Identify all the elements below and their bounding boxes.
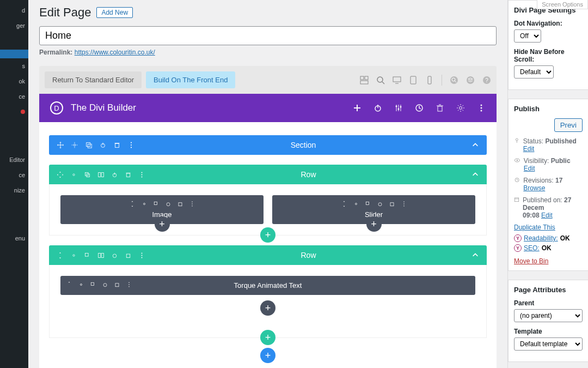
chevron-up-icon[interactable] [471, 251, 479, 259]
post-title-input[interactable] [39, 26, 497, 45]
add-icon[interactable] [353, 104, 362, 112]
add-section-button[interactable]: + [260, 348, 275, 363]
parent-select[interactable]: (no parent) [514, 309, 583, 322]
svg-rect-65 [366, 202, 369, 204]
chevron-up-icon[interactable] [471, 171, 479, 178]
layout-icon[interactable] [360, 76, 369, 85]
more-icon[interactable] [127, 141, 135, 149]
move-icon[interactable] [66, 281, 72, 288]
module-torque[interactable]: Torque Animated Text [60, 276, 475, 295]
sidebar-item[interactable]: d [0, 3, 28, 18]
trash-icon[interactable] [177, 201, 183, 207]
layers-icon[interactable] [466, 76, 475, 85]
duplicate-icon[interactable] [153, 201, 160, 207]
add-module-button[interactable]: + [155, 216, 170, 232]
row-bar[interactable]: Row [49, 165, 487, 184]
gear-icon[interactable] [141, 201, 148, 207]
trash-icon[interactable] [113, 141, 121, 149]
sidebar-item[interactable]: ce [0, 167, 28, 183]
find-icon[interactable] [450, 76, 458, 85]
browse-link[interactable]: Browse [523, 184, 545, 192]
trash-icon[interactable] [436, 104, 444, 112]
trash-icon[interactable] [114, 281, 120, 288]
more-icon[interactable] [138, 171, 145, 178]
power-icon[interactable] [111, 171, 118, 178]
move-icon[interactable] [341, 201, 347, 207]
gear-icon[interactable] [70, 252, 77, 259]
duplicate-icon[interactable] [84, 171, 91, 178]
section-bar[interactable]: Section [49, 135, 487, 155]
move-icon[interactable] [129, 201, 136, 207]
preview-button[interactable]: Previ [554, 118, 583, 132]
svg-point-84 [128, 282, 130, 283]
sidebar-item[interactable]: Editor [0, 152, 28, 167]
chevron-up-icon[interactable] [471, 141, 479, 149]
columns-icon[interactable] [97, 252, 105, 259]
power-icon[interactable] [99, 141, 107, 149]
permalink-link[interactable]: https://www.colouritin.co.uk/ [75, 49, 155, 56]
add-new-button[interactable]: Add New [96, 7, 133, 18]
duplicate-icon[interactable] [365, 201, 371, 207]
trash-icon[interactable] [389, 201, 395, 207]
gear-icon[interactable] [78, 281, 84, 288]
more-icon[interactable] [401, 201, 407, 207]
add-row-button[interactable]: + [260, 330, 275, 345]
sidebar-item-pages[interactable] [0, 50, 28, 58]
sidebar-item[interactable]: ger [0, 18, 28, 33]
duplicate-icon[interactable] [90, 281, 96, 288]
add-module-button[interactable]: + [260, 300, 275, 316]
gear-icon[interactable] [456, 104, 465, 112]
edit-date-link[interactable]: Edit [541, 212, 553, 219]
module-slider[interactable]: Slider + [272, 195, 475, 224]
phone-icon[interactable] [425, 76, 434, 85]
duplicate-link[interactable]: Duplicate This [514, 224, 583, 231]
desktop-icon[interactable] [393, 76, 401, 85]
add-row-button[interactable]: + [260, 227, 275, 243]
sidebar-item[interactable]: enu [0, 231, 28, 246]
move-icon[interactable] [57, 141, 64, 149]
duplicate-icon[interactable] [85, 141, 93, 149]
trash-icon[interactable] [125, 252, 132, 259]
more-icon[interactable] [477, 104, 486, 112]
sidebar-item-updates[interactable] [0, 104, 28, 119]
power-icon[interactable] [165, 201, 171, 207]
add-module-button[interactable]: + [366, 216, 382, 232]
search-icon[interactable] [376, 76, 385, 85]
history-icon[interactable] [415, 104, 424, 112]
sidebar-item[interactable]: nize [0, 183, 28, 198]
seo-link[interactable]: SEO: [524, 244, 540, 252]
more-icon[interactable] [138, 252, 145, 259]
sliders-icon[interactable] [394, 104, 403, 112]
gear-icon[interactable] [71, 141, 78, 149]
gear-icon[interactable] [70, 171, 77, 178]
tablet-icon[interactable] [409, 76, 418, 85]
move-icon[interactable] [57, 171, 64, 178]
standard-editor-button[interactable]: Return To Standard Editor [45, 71, 142, 88]
sidebar-item[interactable]: s [0, 58, 28, 74]
hide-nav-select[interactable]: Default [514, 65, 554, 79]
trash-icon[interactable] [125, 171, 132, 178]
sidebar-item[interactable]: ce [0, 89, 28, 104]
module-image[interactable]: Image + [60, 195, 264, 224]
sidebar-item[interactable]: ok [0, 74, 28, 89]
row-bar[interactable]: Row [49, 245, 487, 265]
power-icon[interactable] [111, 252, 118, 259]
columns-icon[interactable] [97, 171, 105, 178]
edit-visibility-link[interactable]: Edit [524, 165, 535, 172]
duplicate-icon[interactable] [84, 252, 91, 259]
build-frontend-button[interactable]: Build On The Front End [146, 71, 235, 88]
power-icon[interactable] [373, 104, 382, 112]
more-icon[interactable] [189, 201, 195, 207]
move-to-bin-link[interactable]: Move to Bin [514, 257, 583, 265]
power-icon[interactable] [377, 201, 383, 207]
readability-link[interactable]: Readability: [524, 234, 558, 242]
dot-nav-select[interactable]: Off [514, 29, 541, 43]
template-select[interactable]: Default template [514, 337, 583, 351]
move-icon[interactable] [57, 252, 64, 259]
gear-icon[interactable] [353, 201, 359, 207]
help-icon[interactable]: ? [482, 76, 491, 85]
edit-status-link[interactable]: Edit [523, 145, 535, 153]
divi-builder-header: D The Divi Builder [39, 94, 497, 122]
power-icon[interactable] [102, 281, 108, 288]
more-icon[interactable] [126, 281, 132, 288]
